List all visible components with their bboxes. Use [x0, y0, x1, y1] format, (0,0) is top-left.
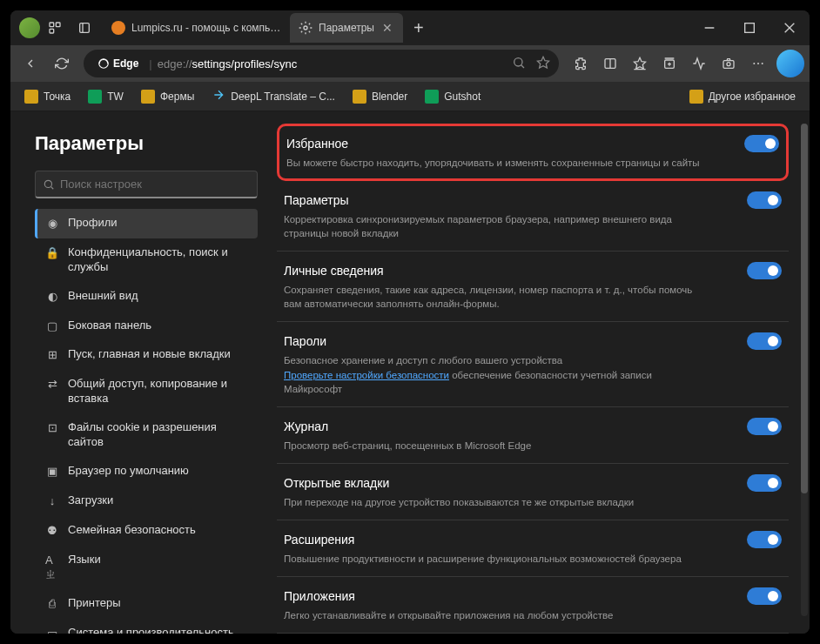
setting-row: Открытые вкладкиПри переходе на другое у… — [277, 464, 789, 520]
menu-icon[interactable] — [743, 49, 773, 78]
sidebar-item[interactable]: ◐Внешний вид — [35, 282, 258, 312]
toggle-switch[interactable] — [747, 474, 782, 492]
nav-icon: Aㄓ — [45, 553, 59, 583]
sidebar-item-label: Загрузки — [68, 493, 113, 508]
new-tab-button[interactable]: + — [403, 18, 434, 38]
bookmark-icon — [24, 90, 38, 104]
sidebar-item[interactable]: ↓Загрузки — [35, 486, 258, 516]
sidebar-item[interactable]: ▣Браузер по умолчанию — [35, 457, 258, 486]
svg-rect-22 — [723, 61, 734, 69]
profile-avatar[interactable] — [19, 17, 40, 38]
toggle-switch[interactable] — [747, 332, 782, 350]
search-icon[interactable] — [512, 56, 526, 72]
setting-description: Безопасное хранение и доступ с любого ва… — [284, 353, 702, 395]
sidebar-item[interactable]: ◉Профили — [35, 209, 258, 238]
favorites-icon[interactable] — [625, 49, 655, 78]
setting-title: Приложения — [284, 589, 355, 603]
search-input[interactable] — [60, 178, 250, 191]
svg-rect-7 — [745, 23, 755, 33]
bookmark-item[interactable]: TW — [81, 86, 131, 107]
tab-actions-icon[interactable] — [70, 21, 99, 35]
other-bookmarks[interactable]: Другое избранное — [682, 86, 803, 107]
setting-title: Открытые вкладки — [284, 476, 389, 490]
bookmark-item[interactable]: DeepL Translate – C... — [205, 84, 342, 108]
toggle-switch[interactable] — [747, 418, 782, 435]
close-icon[interactable]: ✕ — [380, 19, 394, 37]
performance-icon[interactable] — [684, 49, 714, 78]
copilot-button[interactable] — [776, 50, 804, 77]
nav-icon: ▣ — [45, 465, 59, 480]
bookmark-icon — [425, 90, 439, 104]
titlebar: Lumpics.ru - помощь с компьюте Параметры… — [10, 10, 810, 45]
address-bar[interactable]: Edge | edge://settings/profiles/sync — [84, 50, 559, 77]
folder-icon — [689, 90, 703, 104]
sidebar-item-label: Принтеры — [68, 596, 121, 611]
toggle-switch[interactable] — [747, 531, 782, 548]
bookmark-item[interactable]: Blender — [346, 86, 414, 107]
screenshot-icon[interactable] — [714, 49, 743, 78]
sidebar-item[interactable]: ⊡Файлы cookie и разрешения сайтов — [35, 413, 258, 457]
search-settings[interactable] — [35, 171, 258, 198]
settings-main: ИзбранноеВы можете быстро находить, упор… — [268, 111, 810, 634]
sidebar-item[interactable]: ⇄Общий доступ, копирование и вставка — [35, 370, 258, 413]
nav-icon: ⎙ — [45, 597, 59, 612]
close-button[interactable] — [770, 10, 810, 45]
sidebar-item-label: Конфиденциальность, поиск и службы — [68, 245, 247, 275]
star-icon[interactable] — [536, 56, 550, 72]
toggle-switch[interactable] — [747, 191, 782, 209]
bookmark-icon — [212, 88, 225, 104]
setting-row: ПриложенияЛегко устанавливайте и открыва… — [277, 577, 789, 634]
refresh-button[interactable] — [47, 49, 77, 78]
svg-point-5 — [304, 26, 307, 30]
setting-description: Корректировка синхронизируемых параметро… — [284, 212, 702, 240]
svg-rect-0 — [50, 23, 54, 27]
nav-icon: ⊞ — [45, 348, 59, 363]
nav-icon: ⇄ — [45, 378, 59, 392]
bookmark-item[interactable]: Точка — [17, 86, 77, 107]
tab-label: Lumpics.ru - помощь с компьюте — [131, 22, 281, 34]
setting-title: Расширения — [284, 533, 354, 547]
sidebar-item-label: Языки — [68, 553, 101, 567]
tab-lumpics[interactable]: Lumpics.ru - помощь с компьюте — [103, 13, 290, 43]
sidebar-item-label: Профили — [68, 216, 118, 231]
edge-badge: Edge — [92, 56, 144, 71]
split-icon[interactable] — [595, 49, 625, 78]
svg-marker-13 — [537, 57, 548, 68]
workspaces-icon[interactable] — [40, 21, 70, 35]
sidebar-item[interactable]: ▢Боковая панель — [35, 312, 258, 341]
setting-description: Легко устанавливайте и открывайте прилож… — [284, 608, 702, 622]
svg-point-11 — [514, 57, 522, 65]
bookmark-item[interactable]: Фермы — [134, 86, 201, 107]
tab-settings[interactable]: Параметры ✕ — [290, 13, 403, 43]
gear-icon — [299, 21, 313, 35]
url-text: edge://settings/profiles/sync — [158, 57, 507, 70]
bookmark-item[interactable]: Gutshot — [418, 86, 487, 107]
back-button[interactable] — [16, 49, 45, 78]
nav-icon: ◐ — [45, 290, 59, 305]
minimize-button[interactable] — [689, 10, 729, 45]
sidebar-item[interactable]: 🔒Конфиденциальность, поиск и службы — [35, 238, 258, 282]
toggle-switch[interactable] — [744, 135, 779, 152]
sidebar-item[interactable]: AㄓЯзыки — [35, 546, 258, 590]
sidebar-item-label: Файлы cookie и разрешения сайтов — [68, 420, 247, 450]
setting-link[interactable]: Проверьте настройки безопасности — [284, 370, 449, 380]
sidebar-item-label: Боковая панель — [68, 319, 151, 333]
maximize-button[interactable] — [729, 10, 770, 45]
sidebar-item[interactable]: ⊞Пуск, главная и новые вкладки — [35, 340, 258, 370]
toggle-switch[interactable] — [747, 262, 782, 279]
tab-strip: Lumpics.ru - помощь с компьюте Параметры… — [99, 10, 689, 45]
extensions-icon[interactable] — [566, 49, 595, 78]
nav-icon: ◉ — [45, 217, 59, 231]
sidebar-item[interactable]: ▭Система и производительность — [35, 619, 258, 634]
nav-icon: 🔒 — [45, 246, 59, 261]
scrollbar-thumb[interactable] — [801, 124, 808, 493]
collections-icon[interactable] — [655, 49, 684, 78]
nav-icon: ▭ — [45, 627, 59, 634]
svg-rect-3 — [80, 23, 90, 33]
scrollbar[interactable] — [801, 124, 808, 616]
sidebar-item-label: Браузер по умолчанию — [68, 464, 189, 479]
sidebar-item[interactable]: ⎙Принтеры — [35, 589, 258, 619]
favicon-lumpics — [111, 21, 125, 35]
toggle-switch[interactable] — [747, 587, 782, 605]
sidebar-item[interactable]: ⚉Семейная безопасность — [35, 516, 258, 546]
